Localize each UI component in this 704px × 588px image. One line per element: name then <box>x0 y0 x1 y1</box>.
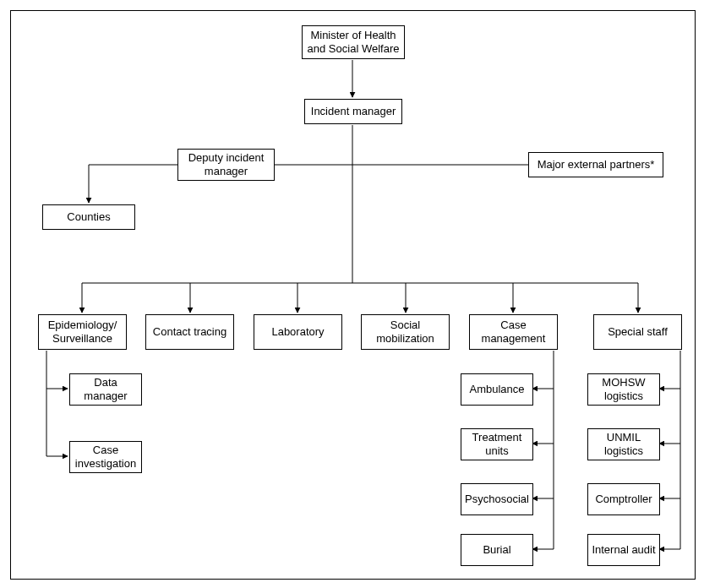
node-psychosocial: Psychosocial <box>461 483 533 515</box>
node-treatment-units: Treatment units <box>461 428 533 460</box>
node-mohsw-logistics: MOHSW logistics <box>587 373 660 406</box>
node-comptroller: Comptroller <box>587 483 660 515</box>
node-epidemiology: Epidemiology/ Surveillance <box>38 314 127 350</box>
node-ambulance: Ambulance <box>461 373 533 406</box>
org-chart: Minister of Health and Social Welfare In… <box>0 0 704 588</box>
node-laboratory: Laboratory <box>254 314 342 350</box>
node-partners: Major external partners* <box>528 152 663 177</box>
node-deputy: Deputy incident manager <box>177 149 275 181</box>
node-minister: Minister of Health and Social Welfare <box>302 25 405 59</box>
node-internal-audit: Internal audit <box>587 534 660 566</box>
node-unmil-logistics: UNMIL logistics <box>587 428 660 460</box>
node-counties: Counties <box>42 204 135 230</box>
node-case-investigation: Case investigation <box>69 441 142 473</box>
node-data-manager: Data manager <box>69 373 142 406</box>
node-special-staff: Special staff <box>593 314 682 350</box>
node-incident-manager: Incident manager <box>304 99 402 124</box>
node-burial: Burial <box>461 534 533 566</box>
node-contact-tracing: Contact tracing <box>145 314 234 350</box>
node-case-management: Case management <box>469 314 558 350</box>
node-social-mobilization: Social mobilization <box>361 314 450 350</box>
